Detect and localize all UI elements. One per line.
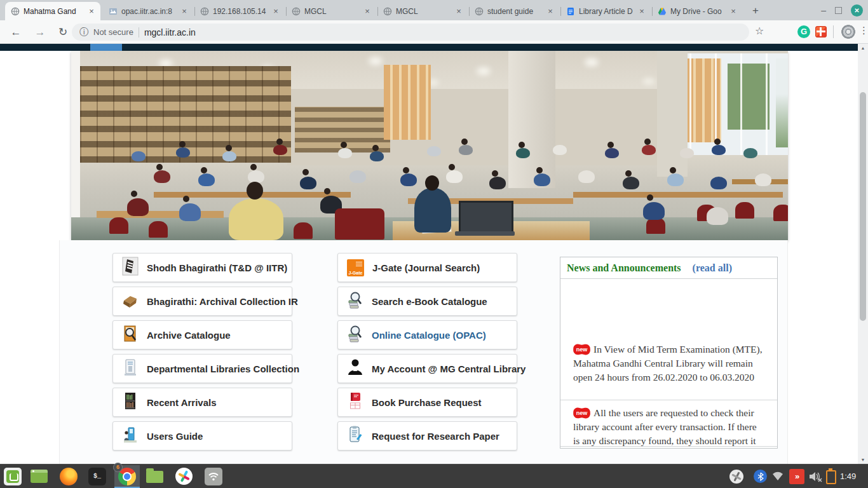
link-departmental-libraries[interactable]: Departmental Libraries Collection <box>112 354 292 383</box>
photo-person-center <box>414 188 451 233</box>
network-tray-icon[interactable] <box>771 471 784 484</box>
link-label: Recent Arrivals <box>147 397 217 408</box>
news-item[interactable]: newIn View of Mid Term Examination (MTE)… <box>560 279 777 400</box>
photo-pillar <box>657 51 688 177</box>
news-panel: News and Announcements (read all) newIn … <box>560 257 778 449</box>
photo-chair-foreground <box>335 208 384 240</box>
info-icon[interactable]: ⓘ <box>79 27 88 38</box>
link-recent-arrivals[interactable]: Recent Arrivals <box>112 388 292 417</box>
book-search-icon <box>347 290 363 312</box>
news-header: News and Announcements (read all) <box>560 257 777 279</box>
page-scrollbar[interactable]: ▲ ▼ <box>858 44 868 464</box>
link-label: Bhagirathi: Archival Collection IR <box>147 296 298 307</box>
link-online-catalogue-opac[interactable]: Online Catalogue (OPAC) <box>337 320 517 349</box>
globe-icon <box>200 7 209 16</box>
read-all-link[interactable]: (read all) <box>693 262 732 273</box>
file-manager-icon[interactable] <box>146 471 163 483</box>
close-tab-icon[interactable]: × <box>86 6 97 16</box>
browser-menu-icon[interactable]: ⋮ <box>859 25 868 36</box>
photo-blinds-center <box>384 65 431 140</box>
close-tab-icon[interactable]: × <box>545 6 555 16</box>
reload-icon[interactable]: ↻ <box>55 24 71 41</box>
url-text[interactable]: mgcl.iitr.ac.in <box>144 27 196 37</box>
chrome-taskbar-cell[interactable]: 6 <box>114 465 140 488</box>
clipboard-pen-icon <box>347 425 363 447</box>
photo-bookshelves <box>80 66 291 163</box>
battery-icon[interactable] <box>826 470 836 484</box>
toolbar-separator <box>833 25 834 38</box>
scroll-down-icon[interactable]: ▼ <box>858 458 868 462</box>
photo-laptop <box>459 201 513 235</box>
taskbar-clock[interactable]: 1:49 PM <box>840 464 868 488</box>
tab-mgcl-1[interactable]: MGCL × <box>286 2 376 20</box>
tab-ip-address[interactable]: 192.168.105.14 × <box>194 2 285 20</box>
news-text: newIn View of Mid Term Examination (MTE)… <box>573 342 763 384</box>
photo-head <box>247 182 263 200</box>
tab-mgcl-2[interactable]: MGCL × <box>377 2 468 20</box>
tab-title: My Drive - Goo <box>670 7 724 16</box>
profile-avatar[interactable] <box>841 25 855 39</box>
link-bhagirathi-archival[interactable]: Bhagirathi: Archival Collection IR <box>112 287 292 316</box>
close-tab-icon[interactable]: × <box>637 6 647 16</box>
scroll-up-icon[interactable]: ▲ <box>858 46 868 50</box>
link-label: Departmental Libraries Collection <box>147 363 299 374</box>
tab-title: Mahatma Gand <box>24 7 83 16</box>
site-nav-active-item[interactable] <box>90 44 122 51</box>
tab-title: opac.iitr.ac.in:8 <box>121 7 175 16</box>
close-tab-icon[interactable]: × <box>454 6 464 16</box>
bookshelf-icon <box>122 391 139 413</box>
orange-extension-icon[interactable] <box>815 26 827 37</box>
kiosk-icon <box>122 358 139 379</box>
close-tab-icon[interactable]: × <box>179 6 189 16</box>
minimize-button[interactable]: – <box>821 7 826 13</box>
link-archive-catalogue[interactable]: Archive Catalogue <box>112 320 292 349</box>
tab-library-article[interactable]: Library Article D × <box>560 2 651 20</box>
globe-icon <box>475 7 484 16</box>
slack-tray-icon[interactable] <box>729 470 743 484</box>
browser-tab-strip: Mahatma Gand × opac.iitr.ac.in:8 × 192.1… <box>0 0 868 20</box>
close-tab-icon[interactable]: × <box>728 6 738 16</box>
restore-button[interactable] <box>835 7 842 14</box>
close-tab-icon[interactable]: × <box>271 6 281 16</box>
link-research-paper-request[interactable]: Request for Research Paper <box>337 421 517 451</box>
tab-opac[interactable]: opac.iitr.ac.in:8 × <box>103 2 193 20</box>
link-label: Online Catalogue (OPAC) <box>372 330 486 341</box>
link-my-account[interactable]: My Account @ MG Central Library <box>337 354 517 383</box>
news-text: newAll the users are requested to check … <box>573 406 763 449</box>
mint-menu-icon[interactable] <box>4 468 22 485</box>
anydesk-icon[interactable]: » <box>789 469 804 484</box>
terminal-icon[interactable]: $_ <box>88 468 106 485</box>
link-users-guide[interactable]: Users Guide <box>112 421 292 451</box>
forward-icon[interactable]: → <box>32 24 48 41</box>
photo-head <box>425 175 439 191</box>
firefox-icon[interactable] <box>60 468 78 485</box>
volume-muted-icon[interactable] <box>808 470 824 485</box>
link-label: Request for Research Paper <box>372 431 499 442</box>
link-book-purchase[interactable]: Book Purchase Request <box>337 388 517 417</box>
bluetooth-icon[interactable] <box>754 470 767 483</box>
new-tab-button[interactable]: + <box>747 3 764 20</box>
show-desktop-icon[interactable] <box>31 470 48 483</box>
globe-icon <box>383 7 392 16</box>
security-label: Not secure <box>93 27 133 37</box>
red-book-icon <box>347 391 363 413</box>
scrollbar-thumb[interactable] <box>860 92 866 321</box>
link-ebook-catalogue[interactable]: Search e-Book Catalogue <box>337 287 517 316</box>
link-jgate[interactable]: J-Gate J-Gate (Journal Search) <box>337 253 517 282</box>
window-close-button[interactable]: ✕ <box>851 4 863 17</box>
tab-mahatma-gandhi[interactable]: Mahatma Gand × <box>5 2 100 20</box>
tab-student-guide[interactable]: student guide × <box>469 2 559 20</box>
back-icon[interactable]: ← <box>8 24 24 41</box>
grammarly-extension-icon[interactable]: G <box>797 25 810 38</box>
photo-table <box>732 179 788 184</box>
address-bar[interactable]: ⓘ Not secure mgcl.iitr.ac.in <box>72 24 749 41</box>
bookmark-star-icon[interactable]: ☆ <box>755 25 764 37</box>
news-item[interactable]: newAll the users are requested to check … <box>560 400 777 447</box>
slack-icon[interactable] <box>175 468 193 485</box>
tab-title: student guide <box>487 7 541 16</box>
network-app-icon[interactable] <box>205 468 222 485</box>
close-tab-icon[interactable]: × <box>362 6 372 16</box>
tab-my-drive[interactable]: My Drive - Goo × <box>652 2 742 20</box>
link-shodh-bhagirathi[interactable]: Shodh Bhagirathi (T&D @ IITR) <box>112 253 292 282</box>
taskbar: $_ 6 » 1:49 PM <box>0 464 868 488</box>
